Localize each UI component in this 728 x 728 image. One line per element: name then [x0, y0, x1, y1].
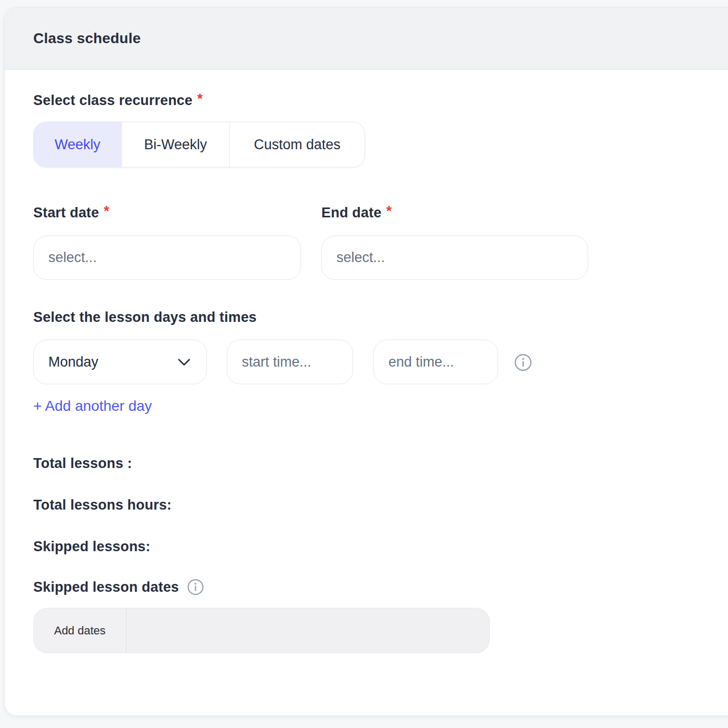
chevron-down-icon — [177, 354, 191, 370]
tab-bi-weekly[interactable]: Bi-Weekly — [121, 122, 229, 167]
required-asterisk: * — [386, 203, 392, 219]
info-icon[interactable] — [514, 354, 532, 371]
required-asterisk: * — [197, 91, 203, 107]
add-another-day-link[interactable]: + Add another day — [33, 398, 152, 414]
start-date-input[interactable] — [33, 236, 301, 280]
start-date-label: Start date* — [33, 205, 109, 221]
total-lessons-label: Total lessons : — [33, 456, 132, 472]
start-time-input[interactable] — [227, 340, 353, 384]
end-date-label: End date* — [321, 205, 392, 221]
add-dates-button[interactable]: Add dates — [34, 608, 126, 653]
page-title: Class schedule — [33, 30, 141, 47]
skipped-lesson-dates-label: Skipped lesson dates — [33, 579, 204, 595]
tab-weekly[interactable]: Weekly — [34, 122, 121, 167]
recurrence-label: Select class recurrence* — [33, 93, 203, 109]
card-header: Class schedule — [5, 8, 728, 70]
tab-custom-dates[interactable]: Custom dates — [229, 122, 365, 167]
skipped-lessons-label: Skipped lessons: — [33, 539, 150, 555]
end-time-input[interactable] — [373, 340, 498, 384]
class-schedule-card: Class schedule Select class recurrence* … — [4, 7, 728, 716]
day-select-value: Monday — [48, 354, 98, 370]
add-dates-empty-area — [126, 608, 489, 653]
recurrence-tab-group: Weekly Bi-Weekly Custom dates — [33, 122, 365, 167]
skipped-dates-picker[interactable]: Add dates — [33, 608, 490, 653]
total-lessons-hours-label: Total lessons hours: — [33, 497, 172, 513]
lesson-days-label: Select the lesson days and times — [33, 309, 257, 326]
day-select[interactable]: Monday — [33, 340, 207, 384]
info-icon[interactable] — [187, 579, 204, 595]
end-date-input[interactable] — [321, 236, 588, 280]
required-asterisk: * — [104, 203, 110, 219]
